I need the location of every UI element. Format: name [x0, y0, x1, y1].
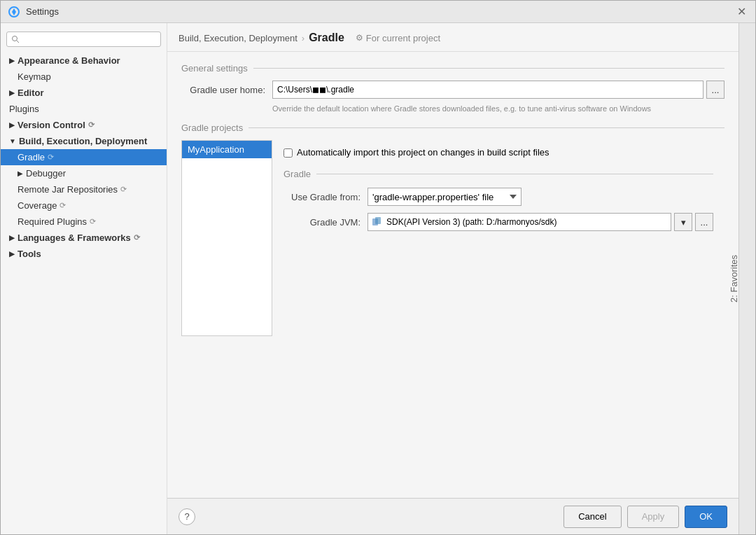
auto-import-checkbox[interactable] — [284, 148, 293, 158]
gradle-projects-header: Gradle projects — [181, 123, 724, 133]
gradle-jvm-dropdown-button[interactable]: ▾ — [674, 213, 692, 231]
projects-list: MyApplication — [181, 140, 272, 336]
arrow-icon: ▶ — [9, 234, 15, 242]
sidebar-item-label: Coverage — [18, 200, 57, 211]
sidebar-item-gradle[interactable]: Gradle ⟳ — [1, 149, 167, 165]
gradle-jvm-value: SDK(API Version 3) (path: D:/harmonyos/s… — [386, 217, 556, 227]
footer: ? Cancel Apply OK — [167, 498, 738, 534]
gradle-user-home-label: Gradle user home: — [181, 85, 272, 95]
sidebar-item-label: Plugins — [9, 104, 39, 114]
for-project-text: For current project — [366, 33, 440, 43]
gradle-subsection: Gradle Use Gradle from: 'gradle-wrapper.… — [284, 169, 713, 231]
sync-icon: ⟳ — [59, 201, 66, 210]
settings-content: General settings Gradle user home: ... O… — [167, 52, 738, 498]
sidebar-item-label: Debugger — [26, 168, 66, 179]
sidebar-item-plugins[interactable]: Plugins — [1, 101, 167, 117]
sidebar-item-label: Tools — [18, 249, 41, 259]
side-strip: Structure 2: Favorites — [738, 23, 755, 534]
sidebar-item-version-control[interactable]: ▶ Version Control ⟳ — [1, 117, 167, 133]
search-box[interactable] — [6, 32, 161, 47]
footer-right: Cancel Apply OK — [564, 506, 727, 528]
sidebar-item-label: Version Control — [18, 120, 85, 130]
gradle-jvm-row: Gradle JVM: — [284, 213, 713, 231]
sync-icon: ⟳ — [48, 153, 54, 162]
use-gradle-from-label: Use Gradle from: — [284, 192, 368, 202]
gradle-user-home-input-wrap: ... — [272, 81, 724, 99]
sidebar-item-debugger[interactable]: ▶ Debugger — [1, 165, 167, 181]
project-icon: ⚙ — [356, 33, 363, 43]
breadcrumb-current: Gradle — [309, 32, 344, 44]
gradle-user-home-hint: Override the default location where Grad… — [272, 104, 724, 113]
sidebar-item-appearance[interactable]: ▶ Appearance & Behavior — [1, 53, 167, 69]
arrow-icon: ▶ — [9, 57, 15, 64]
gradle-user-home-browse-button[interactable]: ... — [706, 81, 724, 99]
footer-left: ? — [178, 508, 195, 525]
breadcrumb-part1: Build, Execution, Deployment — [178, 33, 298, 43]
project-item-myapplication[interactable]: MyApplication — [182, 141, 272, 158]
sidebar-item-label: Remote Jar Repositories — [18, 184, 118, 195]
sidebar-item-languages[interactable]: ▶ Languages & Frameworks ⟳ — [1, 230, 167, 246]
sidebar-item-label: Languages & Frameworks — [18, 232, 131, 243]
cancel-button[interactable]: Cancel — [564, 506, 621, 528]
sync-icon: ⟳ — [88, 120, 94, 130]
main-panel: Build, Execution, Deployment › Gradle ⚙ … — [167, 23, 738, 534]
breadcrumb-sep: › — [302, 33, 304, 43]
gradle-user-home-row: Gradle user home: ... — [181, 81, 724, 99]
sync-icon: ⟳ — [120, 185, 127, 194]
sdk-icon — [372, 216, 384, 228]
sidebar-item-required-plugins[interactable]: Required Plugins ⟳ — [1, 214, 167, 230]
sidebar-item-label: Gradle — [18, 152, 45, 162]
app-icon — [8, 6, 20, 18]
gradle-jvm-browse-button[interactable]: ... — [695, 213, 713, 231]
gradle-jvm-display[interactable]: SDK(API Version 3) (path: D:/harmonyos/s… — [368, 213, 671, 231]
sidebar-item-label: Required Plugins — [18, 216, 87, 227]
svg-rect-2 — [375, 217, 381, 224]
sidebar-item-label: Editor — [18, 88, 44, 98]
sidebar-item-remote-jar[interactable]: Remote Jar Repositories ⟳ — [1, 181, 167, 197]
sidebar-item-coverage[interactable]: Coverage ⟳ — [1, 197, 167, 214]
sync-icon: ⟳ — [134, 233, 140, 242]
title-bar: Settings ✕ — [1, 1, 755, 23]
window-title: Settings — [26, 6, 734, 17]
sidebar-item-editor[interactable]: ▶ Editor — [1, 85, 167, 101]
auto-import-label: Automatically import this project on cha… — [297, 147, 550, 158]
sidebar: ▶ Appearance & Behavior Keymap ▶ Editor … — [1, 23, 167, 534]
arrow-icon: ▶ — [9, 89, 15, 97]
auto-import-row: Automatically import this project on cha… — [284, 147, 713, 158]
help-button[interactable]: ? — [178, 508, 195, 525]
sync-icon: ⟳ — [90, 217, 96, 226]
arrow-icon: ▶ — [9, 250, 15, 258]
arrow-icon: ▶ — [18, 169, 23, 177]
gradle-jvm-label: Gradle JVM: — [284, 217, 368, 228]
general-settings-header: General settings — [181, 63, 724, 74]
sidebar-item-label: Keymap — [18, 71, 51, 82]
project-settings: Automatically import this project on cha… — [272, 140, 724, 336]
sidebar-item-keymap[interactable]: Keymap — [1, 69, 167, 85]
side-label-favorites[interactable]: 2: Favorites — [727, 252, 741, 305]
use-gradle-from-select[interactable]: 'gradle-wrapper.properties' file Specifi… — [368, 188, 522, 206]
sidebar-item-build[interactable]: ▼ Build, Execution, Deployment — [1, 133, 167, 149]
main-content: ▶ Appearance & Behavior Keymap ▶ Editor … — [1, 23, 755, 534]
gradle-jvm-select-wrap: SDK(API Version 3) (path: D:/harmonyos/s… — [368, 213, 713, 231]
search-input[interactable] — [6, 32, 161, 47]
gradle-user-home-input[interactable] — [272, 81, 704, 99]
sidebar-item-label: Build, Execution, Deployment — [19, 136, 147, 146]
sidebar-item-tools[interactable]: ▶ Tools — [1, 246, 167, 262]
settings-window: Settings ✕ ▶ Appearance & Behavior Keyma… — [0, 0, 756, 535]
arrow-icon: ▼ — [9, 137, 16, 145]
gradle-subsection-header: Gradle — [284, 169, 713, 179]
side-label-structure[interactable]: Structure — [755, 258, 756, 300]
sidebar-item-label: Appearance & Behavior — [18, 55, 120, 66]
project-name: MyApplication — [188, 144, 244, 155]
projects-panel: MyApplication Automatically import this … — [181, 140, 724, 336]
breadcrumb: Build, Execution, Deployment › Gradle ⚙ … — [167, 23, 738, 52]
arrow-icon: ▶ — [9, 121, 15, 129]
close-button[interactable]: ✕ — [734, 5, 748, 19]
use-gradle-from-row: Use Gradle from: 'gradle-wrapper.propert… — [284, 188, 713, 206]
ok-button[interactable]: OK — [685, 506, 727, 528]
use-gradle-from-select-wrap: 'gradle-wrapper.properties' file Specifi… — [368, 188, 522, 206]
apply-button[interactable]: Apply — [627, 506, 680, 528]
for-project-label: ⚙ For current project — [356, 33, 440, 43]
